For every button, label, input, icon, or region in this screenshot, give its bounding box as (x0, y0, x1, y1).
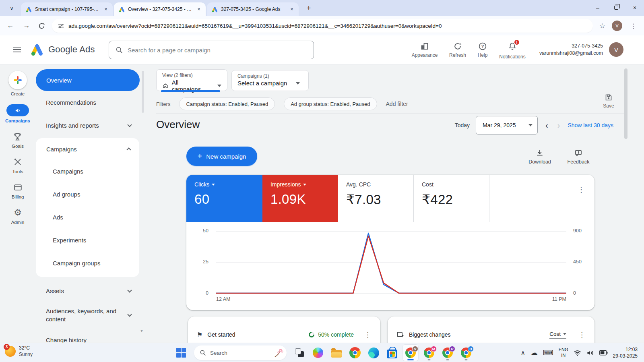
taskbar-clock[interactable]: 12:03 29-03-2025 (613, 346, 638, 359)
add-filter-button[interactable]: Add filter (386, 101, 408, 107)
metric-selector-dropdown[interactable]: Cost (549, 331, 566, 339)
taskbar-search[interactable]: Search (194, 345, 287, 360)
rail-item-billing[interactable]: Billing (12, 182, 24, 199)
back-button[interactable]: ← (6, 22, 15, 30)
date-picker[interactable]: Mar 29, 2025 (476, 116, 538, 134)
feedback-button[interactable]: Feedback (566, 149, 591, 165)
language-indicator[interactable]: ENG IN (559, 347, 568, 358)
sidebar-item-campaigns-header[interactable]: Campaigns (36, 138, 139, 160)
browser-menu-icon[interactable]: ⋮ (629, 22, 638, 30)
chrome-profile-m-button[interactable]: M (421, 344, 437, 361)
help-button[interactable]: ? Help (474, 42, 491, 58)
chrome-button[interactable] (347, 344, 363, 361)
download-button[interactable]: Download (527, 149, 552, 165)
browser-tab-1[interactable]: Smart campaign - 107-795-478 × (21, 2, 113, 16)
battery-icon[interactable] (599, 350, 608, 356)
forward-button[interactable]: → (22, 22, 31, 30)
filter-chip-ad-group-status[interactable]: Ad group status: Enabled, Paused (284, 97, 377, 110)
save-button[interactable]: Save (597, 93, 620, 109)
card-menu-icon[interactable]: ⋮ (578, 331, 586, 339)
appearance-button[interactable]: Appearance (411, 42, 438, 58)
rail-item-admin[interactable]: ⚙ Admin (11, 207, 25, 225)
window-close-button[interactable]: × (625, 0, 644, 15)
new-tab-button[interactable]: + (303, 2, 314, 14)
metric-label: Avg. CPC (346, 181, 371, 188)
new-campaign-button[interactable]: + New campaign (186, 147, 257, 166)
touch-keyboard-icon[interactable]: ⌨ (543, 348, 553, 357)
weather-widget[interactable]: 3 32°C Sunny (5, 345, 33, 358)
sidebar-item-audiences[interactable]: Audiences, keywords, and content (35, 302, 140, 328)
sidebar-item-ads[interactable]: Ads (36, 206, 139, 229)
next-day-button[interactable]: › (556, 121, 562, 130)
view-selector[interactable]: View (2 filters) All campaigns (156, 69, 227, 91)
google-ads-favicon (212, 6, 218, 12)
site-settings-icon[interactable] (58, 23, 64, 29)
edge-button[interactable] (365, 344, 382, 361)
start-button[interactable] (173, 344, 189, 361)
copilot-button[interactable] (310, 344, 326, 361)
tab-close-icon[interactable]: × (102, 6, 109, 13)
metric-tile-impressions[interactable]: Impressions 1.09K (262, 175, 338, 222)
sidebar-item-campaigns[interactable]: Campaigns (36, 160, 139, 183)
app-indicator (428, 359, 431, 360)
card-menu-icon[interactable]: ⋮ (364, 331, 372, 339)
tab-close-icon[interactable]: × (195, 6, 202, 13)
volume-icon[interactable] (586, 350, 594, 356)
sidebar-item-recommendations[interactable]: Recommendations (35, 91, 140, 114)
card-menu-icon[interactable]: ⋮ (578, 185, 585, 194)
tab-close-icon[interactable]: × (288, 6, 295, 13)
chrome-profile-r-button[interactable]: R (440, 344, 456, 361)
filters-label: Filters (156, 101, 170, 107)
clock-date: 29-03-2025 (613, 353, 638, 359)
hidden-icons-chevron[interactable]: ∧ (521, 349, 525, 356)
rail-item-campaigns[interactable]: Campaigns (5, 104, 30, 123)
search-input[interactable] (128, 47, 307, 54)
sidebar-item-insights[interactable]: Insights and reports (35, 114, 140, 137)
microsoft-store-button[interactable] (384, 344, 400, 361)
metric-tile-avg-cpc[interactable]: Avg. CPC ₹7.03 (338, 175, 413, 222)
account-avatar[interactable]: V (609, 42, 623, 57)
metric-tile-clicks[interactable]: Clicks 60 (186, 175, 262, 222)
dropdown-caret-icon[interactable] (212, 184, 215, 186)
sidebar-scrollbar[interactable] (142, 71, 144, 113)
reload-button[interactable] (38, 22, 45, 30)
metric-tile-cost[interactable]: Cost ₹422 (414, 175, 489, 222)
wifi-icon[interactable] (574, 350, 581, 356)
window-minimize-button[interactable]: – (588, 0, 607, 15)
url-bar[interactable]: ads.google.com/aw/overview?ocid=68729061… (52, 19, 593, 33)
account-info[interactable]: 327-075-3425 varunmishraji08@gmail.com (535, 42, 603, 57)
bookmark-star-icon[interactable]: ☆ (599, 22, 605, 30)
browser-tab-2-active[interactable]: Overview - 327-075-3425 - Goo × (114, 2, 206, 16)
sidebar-item-overview[interactable]: Overview (36, 69, 140, 91)
sidebar-item-campaign-groups[interactable]: Campaign groups (36, 252, 139, 275)
main-menu-icon[interactable] (13, 47, 21, 52)
sidebar-item-experiments[interactable]: Experiments (36, 229, 139, 252)
onedrive-cloud-icon[interactable]: ☁ (530, 348, 538, 357)
notifications-button[interactable]: ! Notifications (497, 42, 528, 60)
chrome-profile-v-button[interactable]: V (402, 344, 419, 361)
rail-item-tools[interactable]: Tools (12, 157, 23, 174)
rail-item-goals[interactable]: Goals (12, 131, 24, 149)
rail-item-create[interactable]: Create (8, 71, 27, 96)
task-view-button[interactable] (291, 344, 308, 361)
sidebar-item-assets[interactable]: Assets (35, 279, 140, 302)
sidebar-scroll-down-icon[interactable]: ▼ (140, 329, 144, 333)
notification-badge: ! (514, 39, 520, 46)
chrome-profile-d-button[interactable]: D (458, 344, 474, 361)
dropdown-caret-icon[interactable] (303, 184, 306, 186)
google-ads-header: Google Ads Appearance Refresh ? Help ! N… (0, 35, 644, 64)
browser-profile-avatar[interactable]: V (612, 21, 622, 31)
header-divider (532, 43, 532, 58)
sidebar-item-ad-groups[interactable]: Ad groups (36, 183, 139, 206)
previous-day-button[interactable]: ‹ (544, 121, 550, 130)
file-explorer-button[interactable] (328, 344, 345, 361)
window-restore-button[interactable] (607, 0, 625, 15)
campaign-selector[interactable]: Campaigns (1) Select a campaign (231, 70, 309, 91)
tab-search-button[interactable]: ∨ (6, 2, 18, 14)
app-search-box[interactable] (109, 41, 314, 59)
filter-chip-campaign-status[interactable]: Campaign status: Enabled, Paused (179, 97, 275, 110)
refresh-button[interactable]: Refresh (447, 42, 469, 58)
show-last-30-days-link[interactable]: Show last 30 days (568, 122, 613, 128)
page-scrollbar[interactable] (624, 68, 627, 139)
browser-tab-3[interactable]: 327-075-3425 - Google Ads × (207, 2, 299, 16)
